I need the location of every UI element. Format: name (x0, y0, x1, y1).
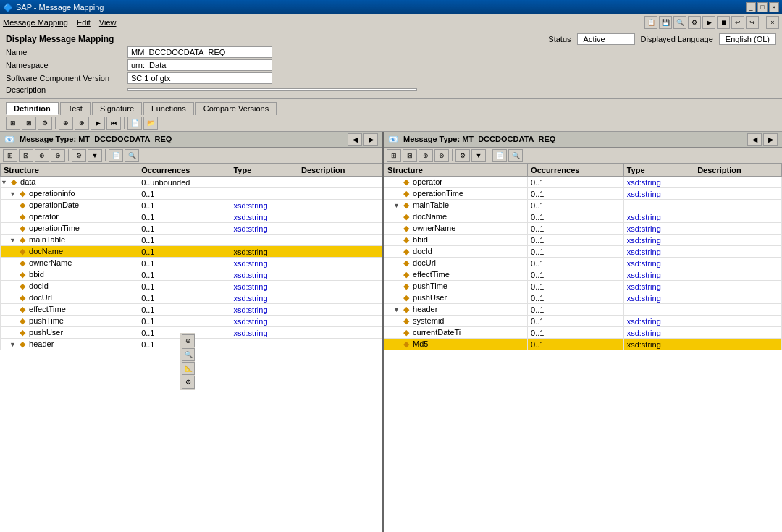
left-tree-row[interactable]: ◆ docUrl 0..1 xsd:string (1, 292, 382, 304)
tb-btn-7[interactable]: ⏮ (106, 117, 121, 130)
left-tb-3[interactable]: ⊕ (35, 149, 49, 162)
canvas-side-btn-4[interactable]: ⚙ (182, 376, 195, 389)
toolbar-icon-3[interactable]: 🔍 (673, 16, 686, 29)
toolbar-icon-1[interactable]: 📋 (644, 16, 657, 29)
menu-view[interactable]: View (99, 18, 117, 27)
left-tree-row[interactable]: ◆ ownerName 0..1 xsd:string (1, 258, 382, 269)
toolbar-icon-4[interactable]: ⚙ (688, 16, 701, 29)
right-tree-row[interactable]: ◆ pushUser 0..1 xsd:string (384, 292, 782, 304)
right-tb-3[interactable]: ⊕ (419, 149, 433, 162)
right-tree-row[interactable]: ◆ systemid 0..1 xsd:string (384, 316, 782, 327)
canvas-side-btn-2[interactable]: 🔍 (182, 348, 195, 361)
tab-compare-versions[interactable]: Compare Versions (196, 102, 277, 115)
tb-btn-2[interactable]: ⊠ (22, 117, 36, 130)
right-tb-8[interactable]: 🔍 (508, 149, 523, 162)
canvas-side-btn-3[interactable]: 📐 (182, 362, 195, 375)
expand-icon[interactable]: ▼ (393, 306, 400, 313)
tabs-bar: Definition Test Signature Functions Comp… (0, 99, 782, 115)
left-cell-desc (298, 258, 382, 269)
toolbar-icon-2[interactable]: 💾 (659, 16, 672, 29)
expand-icon[interactable]: ▼ (393, 202, 400, 209)
right-tree-row[interactable]: ◆ docUrl 0..1 xsd:string (384, 258, 782, 269)
tab-test[interactable]: Test (60, 102, 91, 115)
tb-btn-4[interactable]: ⊕ (59, 117, 73, 130)
left-tb-2[interactable]: ⊠ (19, 149, 33, 162)
maximize-button[interactable]: □ (757, 2, 768, 12)
right-tree-row[interactable]: ▼ ◆ header 0..1 (384, 304, 782, 316)
right-tree-row[interactable]: ◆ operator 0..1 xsd:string (384, 177, 782, 188)
right-tb-1[interactable]: ⊞ (387, 149, 401, 162)
left-tree-row[interactable]: ◆ bbid 0..1 xsd:string (1, 269, 382, 281)
right-tree-row[interactable]: ▼ ◆ mainTable 0..1 (384, 200, 782, 211)
right-tb-6[interactable]: ▼ (471, 149, 486, 162)
expand-icon[interactable]: ▼ (1, 179, 7, 186)
left-tree-row[interactable]: ▼ ◆ data 0..unbounded (1, 177, 382, 188)
toolbar-icon-5[interactable]: ▶ (702, 16, 715, 29)
menu-message-mapping[interactable]: Message Mapping (3, 18, 68, 27)
left-tree-row[interactable]: ◆ pushTime 0..1 xsd:string (1, 316, 382, 327)
left-panel-close[interactable]: ▶ (363, 133, 378, 146)
expand-icon[interactable]: ▼ (9, 190, 16, 198)
left-tb-8[interactable]: 🔍 (125, 149, 139, 162)
left-tree-row[interactable]: ◆ effectTime 0..1 xsd:string (1, 304, 382, 316)
right-tree-row[interactable]: ◆ docName 0..1 xsd:string (384, 211, 782, 223)
left-tree-row[interactable]: ◆ operationTime 0..1 xsd:string (1, 223, 382, 235)
left-panel-controls[interactable]: ◀ ▶ (348, 133, 378, 146)
right-tree-row[interactable]: ◆ ownerName 0..1 xsd:string (384, 223, 782, 235)
right-panel-close[interactable]: ▶ (763, 133, 778, 146)
tb-btn-1[interactable]: ⊞ (6, 117, 20, 130)
right-tb-5[interactable]: ⚙ (455, 149, 470, 162)
left-tree-row[interactable]: ◆ operationDate 0..1 xsd:string (1, 200, 382, 211)
minimize-button[interactable]: _ (746, 2, 756, 12)
tab-functions[interactable]: Functions (143, 102, 194, 115)
node-icon: ◆ (20, 189, 25, 198)
toolbar-close[interactable]: × (766, 16, 779, 29)
toolbar-icon-7[interactable]: ↩ (731, 16, 744, 29)
right-tb-4[interactable]: ⊗ (434, 149, 449, 162)
left-tb-7[interactable]: 📄 (109, 149, 123, 162)
right-tree-row[interactable]: ◆ docId 0..1 xsd:string (384, 246, 782, 258)
tb-btn-8[interactable]: 📄 (127, 117, 142, 130)
right-panel-expand[interactable]: ◀ (747, 133, 762, 146)
toolbar-icon-8[interactable]: ↪ (746, 16, 759, 29)
close-button[interactable]: × (769, 2, 779, 12)
left-panel-expand[interactable]: ◀ (348, 133, 362, 146)
left-tree-row[interactable]: ▼ ◆ mainTable 0..1 (1, 235, 382, 246)
right-cell-desc (694, 200, 782, 211)
left-tree-row[interactable]: ◆ operator 0..1 xsd:string (1, 211, 382, 223)
tab-definition[interactable]: Definition (6, 102, 59, 115)
right-tree-row[interactable]: ◆ currentDateTi 0..1 xsd:string (384, 327, 782, 339)
tb-btn-9[interactable]: 📂 (143, 117, 158, 130)
window-controls[interactable]: _ □ × (746, 2, 779, 12)
left-tb-4[interactable]: ⊗ (51, 149, 65, 162)
left-tb-5[interactable]: ⚙ (72, 149, 86, 162)
tb-btn-5[interactable]: ⊗ (75, 117, 89, 130)
left-cell-occ: 0..1 (138, 258, 230, 269)
right-tree-row[interactable]: ◆ bbid 0..1 xsd:string (384, 235, 782, 246)
expand-icon[interactable]: ▼ (9, 237, 16, 244)
left-cell-type (230, 235, 298, 246)
left-tb-1[interactable]: ⊞ (3, 149, 17, 162)
right-tb-7[interactable]: 📄 (492, 149, 507, 162)
right-tree-row[interactable]: ◆ operationTime 0..1 xsd:string (384, 188, 782, 200)
menu-edit[interactable]: Edit (77, 18, 91, 27)
tb-btn-3[interactable]: ⚙ (38, 117, 52, 130)
right-tb-2[interactable]: ⊠ (403, 149, 417, 162)
left-cell-occ: 0..1 (138, 316, 230, 327)
expand-icon[interactable]: ▼ (9, 341, 16, 348)
tb-btn-6[interactable]: ▶ (91, 117, 105, 130)
left-tree-row[interactable]: ◆ docName 0..1 xsd:string (1, 246, 382, 258)
left-tb-6[interactable]: ▼ (88, 149, 102, 162)
left-cell-occ: 0..1 (138, 281, 230, 292)
title-bar-text: 🔷 SAP - Message Mapping (3, 3, 104, 12)
right-tree-row[interactable]: ◆ pushTime 0..1 xsd:string (384, 281, 782, 292)
toolbar-icon-6[interactable]: ⏹ (717, 16, 730, 29)
right-tree-row[interactable]: ◆ effectTime 0..1 xsd:string (384, 269, 782, 281)
tab-signature[interactable]: Signature (92, 102, 142, 115)
canvas-side-btn-1[interactable]: ⊕ (182, 334, 195, 347)
right-panel-controls[interactable]: ◀ ▶ (747, 133, 778, 146)
right-cell-structure: ◆ operator (384, 177, 528, 188)
right-tree-row[interactable]: ◆ Md5 0..1 xsd:string (384, 339, 782, 350)
left-tree-row[interactable]: ◆ docId 0..1 xsd:string (1, 281, 382, 292)
left-tree-row[interactable]: ▼ ◆ operationinfo 0..1 (1, 188, 382, 200)
